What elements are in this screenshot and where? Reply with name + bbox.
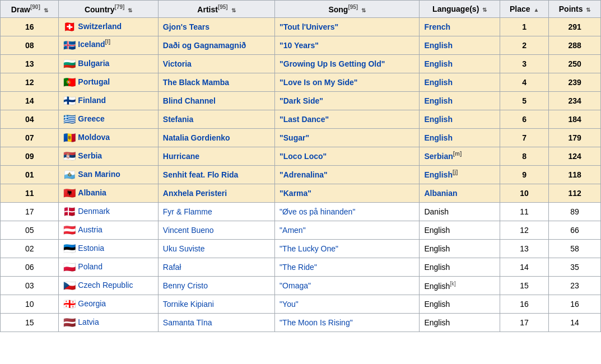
song-link[interactable]: "Omaga"	[279, 281, 311, 290]
song-link[interactable]: "Love Is on My Side"	[279, 78, 357, 87]
points-cell: 14	[549, 313, 601, 332]
song-link[interactable]: "Tout l'Univers"	[279, 22, 338, 31]
language-link[interactable]: Serbian[m]	[424, 152, 462, 161]
language-link[interactable]: English	[424, 59, 453, 68]
draw-cell: 13	[1, 54, 59, 73]
draw-cell: 07	[1, 128, 59, 147]
artist-link[interactable]: Benny Cristo	[163, 281, 208, 290]
country-link[interactable]: Serbia	[78, 151, 102, 160]
artist-link[interactable]: Gjon's Tears	[163, 22, 209, 31]
col-points[interactable]: Points ⇅	[549, 1, 601, 18]
artist-link[interactable]: Senhit feat. Flo Rida	[163, 170, 239, 179]
draw-cell: 16	[1, 17, 59, 36]
artist-link[interactable]: Uku Suviste	[163, 244, 205, 253]
artist-sort-icon[interactable]: ⇅	[231, 7, 236, 13]
col-song[interactable]: Song[95] ⇅	[275, 1, 420, 18]
flag-icon: 🇧🇬	[63, 58, 76, 70]
language-sort-icon[interactable]: ⇅	[482, 7, 487, 13]
country-sort-icon[interactable]: ⇅	[128, 7, 132, 13]
country-link[interactable]: Poland	[78, 262, 103, 270]
language-link[interactable]: English	[424, 96, 453, 105]
country-link[interactable]: Greece	[78, 114, 104, 123]
language-link[interactable]: English	[424, 41, 453, 50]
country-link[interactable]: Portugal	[78, 77, 110, 86]
language-link[interactable]: English	[424, 115, 453, 124]
country-link[interactable]: Georgia	[78, 298, 106, 307]
col-language[interactable]: Language(s) ⇅	[420, 1, 500, 18]
artist-link[interactable]: Hurricane	[163, 152, 199, 161]
artist-link[interactable]: Natalia Gordienko	[163, 133, 230, 142]
country-link[interactable]: Czech Republic	[78, 280, 133, 289]
country-link[interactable]: Finland	[78, 95, 106, 104]
flag-icon: 🇦🇱	[63, 187, 76, 199]
song-link[interactable]: "Øve os på hinanden"	[279, 207, 355, 216]
language-cell: English	[420, 221, 500, 239]
artist-link[interactable]: Tornike Kipiani	[163, 300, 214, 309]
song-link[interactable]: "Sugar"	[279, 133, 309, 142]
country-link[interactable]: San Marino	[78, 169, 120, 178]
place-cell: 6	[500, 110, 548, 128]
language-link[interactable]: English[j]	[424, 170, 458, 179]
points-cell: 35	[549, 258, 601, 276]
artist-link[interactable]: Rafał	[163, 263, 181, 272]
place-cell: 1	[500, 17, 548, 36]
artist-link[interactable]: Anxhela Peristeri	[163, 189, 227, 198]
song-link[interactable]: "Dark Side"	[279, 96, 323, 105]
artist-link[interactable]: Fyr & Flamme	[163, 207, 212, 216]
country-link[interactable]: Denmark	[78, 206, 110, 215]
country-link[interactable]: Latvia	[78, 317, 99, 326]
language-cell: English[j]	[420, 165, 500, 184]
country-link[interactable]: Iceland[l]	[78, 40, 110, 49]
country-cell: 🇫🇮Finland	[59, 91, 158, 110]
artist-cell: Fyr & Flamme	[158, 202, 274, 221]
draw-sort-icon[interactable]: ⇅	[44, 7, 48, 13]
artist-link[interactable]: Daði og Gagnamagnið	[163, 41, 246, 50]
country-cell: 🇵🇱Poland	[59, 258, 158, 276]
country-link[interactable]: Bulgaria	[78, 58, 109, 67]
artist-link[interactable]: Victoria	[163, 59, 192, 68]
flag-icon: 🇵🇱	[63, 261, 76, 273]
place-cell: 17	[500, 313, 548, 332]
song-link[interactable]: "10 Years"	[279, 41, 319, 50]
table-row: 07🇲🇩MoldovaNatalia Gordienko"Sugar"Engli…	[1, 128, 601, 147]
artist-link[interactable]: Vincent Bueno	[163, 226, 214, 235]
language-link[interactable]: French	[424, 22, 450, 31]
col-artist[interactable]: Artist[95] ⇅	[158, 1, 274, 18]
col-place[interactable]: Place	[500, 1, 548, 18]
place-sort-icon[interactable]	[533, 7, 539, 13]
artist-link[interactable]: Blind Channel	[163, 96, 216, 105]
song-sort-icon[interactable]: ⇅	[361, 7, 366, 13]
flag-icon: 🇨🇿	[63, 279, 76, 292]
country-link[interactable]: Moldova	[78, 132, 110, 141]
draw-cell: 02	[1, 239, 59, 258]
song-link[interactable]: "Loco Loco"	[279, 152, 327, 161]
points-cell: 23	[549, 276, 601, 295]
col-draw[interactable]: Draw[90] ⇅	[1, 1, 59, 18]
song-link[interactable]: "Last Dance"	[279, 115, 329, 124]
song-cell: "Omaga"	[275, 276, 420, 295]
artist-link[interactable]: Stefania	[163, 115, 193, 124]
artist-link[interactable]: The Black Mamba	[163, 78, 229, 87]
language-cell: English	[420, 295, 500, 313]
song-link[interactable]: "Karma"	[279, 189, 311, 198]
col-country[interactable]: Country[79] ⇅	[59, 1, 158, 18]
points-cell: 179	[549, 128, 601, 147]
language-link[interactable]: English	[424, 133, 453, 142]
country-link[interactable]: Austria	[78, 225, 103, 234]
language-link[interactable]: Albanian	[424, 189, 457, 198]
country-cell: 🇦🇱Albania	[59, 184, 158, 202]
country-link[interactable]: Switzerland	[78, 21, 122, 30]
song-link[interactable]: "Adrenalina"	[279, 170, 328, 179]
song-link[interactable]: "Amen"	[279, 226, 306, 235]
points-sort-icon[interactable]: ⇅	[586, 7, 590, 13]
language-link[interactable]: English	[424, 78, 453, 87]
song-link[interactable]: "Growing Up Is Getting Old"	[279, 59, 385, 68]
song-link[interactable]: "The Moon Is Rising"	[279, 318, 353, 327]
song-link[interactable]: "The Lucky One"	[279, 244, 338, 253]
artist-cell: Senhit feat. Flo Rida	[158, 165, 274, 184]
song-link[interactable]: "You"	[279, 300, 299, 309]
artist-link[interactable]: Samanta Tīna	[163, 318, 212, 327]
song-link[interactable]: "The Ride"	[279, 263, 317, 272]
country-link[interactable]: Albania	[78, 188, 106, 197]
country-link[interactable]: Estonia	[78, 243, 104, 252]
